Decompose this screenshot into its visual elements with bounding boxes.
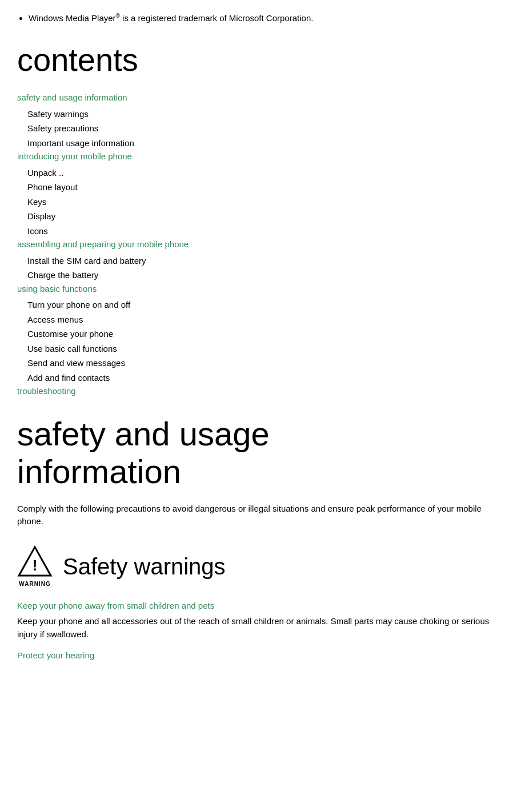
- warning-sub-title-1: Keep your phone away from small children…: [17, 600, 504, 613]
- toc-list: safety and usage informationSafety warni…: [17, 91, 504, 398]
- toc-item-3-0: Turn your phone on and off: [27, 298, 504, 312]
- toc-item-0-0: Safety warnings: [27, 107, 504, 122]
- warning-title-text: Safety warnings: [63, 549, 226, 584]
- top-bullet-section: Windows Media Player® is a registered tr…: [17, 11, 504, 25]
- warning-label: WARNING: [19, 580, 50, 588]
- safety-intro: Comply with the following precautions to…: [17, 503, 504, 528]
- windows-media-text: Windows Media Player: [29, 13, 116, 23]
- warning-triangle-icon: !: [17, 545, 53, 577]
- toc-items-0: Safety warningsSafety precautionsImporta…: [17, 107, 504, 151]
- warning-body-1: Keep your phone and all accessories out …: [17, 615, 504, 641]
- toc-items-3: Turn your phone on and offAccess menusCu…: [17, 298, 504, 385]
- toc-item-1-1: Phone layout: [27, 180, 504, 195]
- toc-item-2-1: Charge the battery: [27, 268, 504, 283]
- svg-text:!: !: [33, 557, 38, 574]
- warning-header: ! WARNING Safety warnings: [17, 545, 504, 588]
- warning-icon-block: ! WARNING: [17, 545, 53, 588]
- toc-category-3: using basic functions: [17, 283, 504, 296]
- toc-items-2: Install the SIM card and batteryCharge t…: [17, 254, 504, 283]
- toc-item-3-3: Use basic call functions: [27, 341, 504, 356]
- safety-title-line1: safety and usage: [17, 415, 270, 452]
- toc-category-1: introducing your mobile phone: [17, 150, 504, 163]
- safety-title-line2: information: [17, 453, 181, 490]
- warning-sub-title-2: Protect your hearing: [17, 649, 504, 662]
- toc-item-3-2: Customise your phone: [27, 327, 504, 341]
- toc-category-4: troubleshooting: [17, 385, 504, 398]
- toc-category-2: assembling and preparing your mobile pho…: [17, 238, 504, 251]
- contents-title: contents: [17, 42, 504, 78]
- bullet-suffix: is a registered trademark of Microsoft C…: [120, 13, 313, 23]
- toc-item-0-2: Important usage information: [27, 136, 504, 151]
- safety-section: safety and usage information Comply with…: [17, 415, 504, 662]
- toc-item-1-2: Keys: [27, 195, 504, 210]
- toc-item-3-5: Add and find contacts: [27, 371, 504, 385]
- toc-item-1-0: Unpack ..: [27, 166, 504, 180]
- superscript: ®: [116, 13, 120, 19]
- safety-section-title: safety and usage information: [17, 415, 504, 491]
- toc-item-3-4: Send and view messages: [27, 356, 504, 371]
- toc-item-2-0: Install the SIM card and battery: [27, 254, 504, 268]
- toc-item-1-3: Display: [27, 209, 504, 224]
- toc-item-0-1: Safety precautions: [27, 121, 504, 136]
- toc-category-0: safety and usage information: [17, 91, 504, 104]
- windows-media-bullet: Windows Media Player® is a registered tr…: [29, 11, 504, 25]
- toc-items-1: Unpack ..Phone layoutKeysDisplayIcons: [17, 166, 504, 239]
- contents-section: contents safety and usage informationSaf…: [17, 42, 504, 398]
- toc-item-3-1: Access menus: [27, 312, 504, 327]
- toc-item-1-4: Icons: [27, 224, 504, 239]
